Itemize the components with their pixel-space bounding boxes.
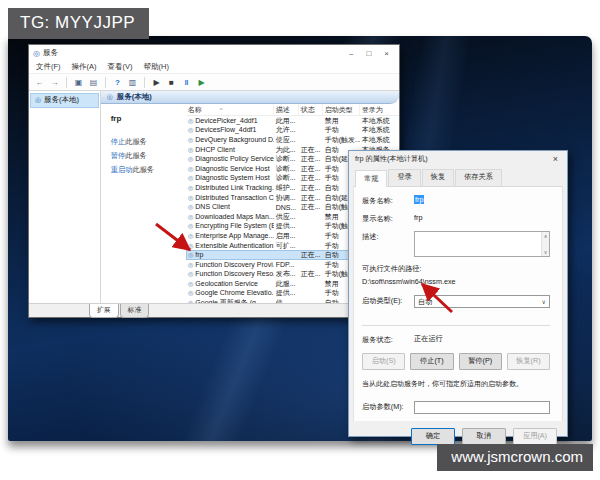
service-gear-icon: ◎: [188, 174, 194, 181]
service-gear-icon: ◎: [188, 261, 194, 268]
column-header-name[interactable]: 名称 ^: [186, 104, 274, 115]
start-parameters-input[interactable]: [414, 401, 550, 414]
tab-logon[interactable]: 登录: [388, 169, 420, 186]
menu-action[interactable]: 操作(A): [72, 62, 97, 72]
tree-item-services-local[interactable]: ◎ 服务(本地): [30, 93, 99, 108]
screenshot-frame: TG: MYYJJPP ◎ 服务 – □ × 文件(F) 操作(A) 查看(V)…: [0, 0, 600, 480]
service-gear-icon: ◎: [188, 289, 194, 296]
service-status-value: 正在运行: [414, 334, 443, 344]
startup-type-select[interactable]: 自动 ∨: [414, 295, 550, 308]
menu-file[interactable]: 文件(F): [36, 62, 61, 72]
tab-general[interactable]: 常规: [355, 170, 387, 187]
console-tree-pane: ◎ 服务(本地): [29, 91, 101, 303]
cancel-button[interactable]: 取消: [462, 428, 506, 445]
chevron-down-icon: ∨: [542, 298, 546, 305]
general-tab-page: 服务名称: frp 显示名称: frp 描述: ∧ ∨ 可执行文件的路径: D:…: [353, 186, 563, 421]
view-tabs: 扩展 标准: [29, 303, 399, 317]
tab-recovery[interactable]: 恢复: [422, 169, 454, 186]
pause-service-icon[interactable]: ‖: [181, 78, 192, 87]
service-info-panel: frp 停止此服务 暂停此服务 重启动此服务: [101, 104, 186, 303]
sort-indicator-icon: ^: [220, 107, 223, 113]
service-gear-icon: ◎: [188, 194, 194, 201]
ok-button[interactable]: 确定: [411, 428, 455, 445]
exe-path-value: D:\soft\nssm\win64\nssm.exe: [362, 277, 550, 286]
service-gear-icon: ◎: [188, 232, 194, 239]
window-title: 服务: [43, 48, 58, 58]
forward-icon[interactable]: →: [49, 78, 60, 87]
watermark: www.jsmcrown.com: [437, 444, 593, 471]
start-parameters-label: 启动参数(M):: [362, 401, 414, 412]
pause-service-link[interactable]: 暂停此服务: [111, 151, 180, 161]
services-app-icon: ◎: [33, 49, 40, 58]
startup-type-value: 自动: [418, 297, 432, 307]
dialog-tabs: 常规 登录 恢复 依存关系: [349, 167, 567, 186]
scroll-up-icon[interactable]: ∧: [544, 233, 548, 239]
column-header-status[interactable]: 状态: [299, 104, 323, 115]
stop-button[interactable]: 停止(T): [410, 353, 453, 370]
service-gear-icon: ◎: [188, 203, 194, 210]
pane-header: ◎ 服务(本地): [101, 91, 399, 104]
service-gear-icon: ◎: [188, 242, 194, 249]
scroll-down-icon[interactable]: ∨: [544, 249, 548, 255]
service-gear-icon: ◎: [188, 117, 194, 124]
service-row[interactable]: ◎DevQuery Background D...使应...手动(触发...本地…: [186, 135, 399, 145]
service-gear-icon: ◎: [188, 213, 194, 220]
display-name-label: 显示名称:: [362, 213, 414, 224]
start-parameters-hint: 当从此处启动服务时，你可指定所适用的启动参数。: [362, 379, 550, 389]
dialog-titlebar: frp 的属性(本地计算机) ×: [349, 151, 567, 167]
list-view-icon[interactable]: ▥: [127, 78, 138, 87]
column-header-startup[interactable]: 启动类型: [323, 104, 360, 115]
list-header: 名称 ^ 描述 状态 启动类型 登录为: [186, 104, 399, 116]
menubar: 文件(F) 操作(A) 查看(V) 帮助(H): [29, 61, 399, 74]
menu-help[interactable]: 帮助(H): [144, 62, 169, 72]
restart-service-icon[interactable]: ▶: [196, 78, 207, 87]
dialog-close-icon[interactable]: ×: [550, 154, 561, 164]
description-label: 描述:: [362, 231, 414, 242]
menu-view[interactable]: 查看(V): [108, 62, 133, 72]
service-name-value: frp: [414, 195, 424, 204]
close-button[interactable]: ×: [384, 49, 389, 58]
service-gear-icon: ◎: [188, 280, 194, 287]
tab-standard[interactable]: 标准: [120, 304, 150, 318]
service-gear-icon: ◎: [188, 165, 194, 172]
restart-service-link[interactable]: 重启动此服务: [111, 165, 180, 175]
service-gear-icon: ◎: [188, 155, 194, 162]
tab-dependencies[interactable]: 依存关系: [455, 169, 502, 186]
service-gear-icon: ◎: [188, 184, 194, 191]
services-node-icon: ◎: [35, 96, 41, 104]
toolbar-divider: [144, 77, 145, 88]
service-gear-icon: ◎: [188, 270, 194, 277]
service-name-label: 服务名称:: [362, 195, 414, 206]
pause-button[interactable]: 暂停(P): [459, 353, 502, 370]
resume-button: 恢复(R): [507, 353, 550, 370]
services-titlebar: ◎ 服务 – □ ×: [29, 45, 399, 61]
column-header-logon[interactable]: 登录为: [360, 104, 399, 115]
service-row[interactable]: ◎DevicesFlow_4ddf1允许...手动本地系统: [186, 126, 399, 136]
stop-service-link[interactable]: 停止此服务: [111, 137, 180, 147]
tab-extended[interactable]: 扩展: [89, 304, 119, 318]
description-field[interactable]: ∧ ∨: [414, 231, 550, 257]
selected-service-name: frp: [111, 114, 180, 123]
frp-properties-dialog: frp 的属性(本地计算机) × 常规 登录 恢复 依存关系 服务名称: frp…: [348, 150, 568, 437]
show-console-tree-icon[interactable]: ▣: [73, 78, 84, 87]
toolbar-divider: [66, 77, 67, 88]
maximize-button[interactable]: □: [366, 49, 371, 58]
service-gear-icon: ◎: [188, 136, 194, 143]
help-icon[interactable]: ?: [112, 78, 123, 87]
stop-service-icon[interactable]: ■: [166, 78, 177, 87]
start-service-icon[interactable]: ▶: [151, 78, 162, 87]
back-icon[interactable]: ←: [34, 78, 45, 87]
start-button: 启动(S): [362, 353, 405, 370]
column-header-desc[interactable]: 描述: [274, 104, 299, 115]
export-list-icon[interactable]: ▤: [88, 78, 99, 87]
minimize-button[interactable]: –: [349, 49, 353, 58]
pane-header-icon: ◎: [107, 93, 113, 101]
exe-path-label: 可执行文件的路径:: [362, 264, 550, 274]
startup-type-label: 启动类型(E):: [362, 295, 414, 306]
toolbar: ← → ▣ ▤ ? ▥ ▶ ■ ‖ ▶: [29, 74, 399, 91]
display-name-value: frp: [414, 213, 422, 222]
dialog-title: frp 的属性(本地计算机): [355, 154, 428, 164]
description-scrollbar[interactable]: ∧ ∨: [541, 232, 549, 256]
service-gear-icon: ◎: [188, 251, 194, 258]
service-row[interactable]: ◎DevicePicker_4ddf1此用...禁用本地系统: [186, 116, 399, 126]
